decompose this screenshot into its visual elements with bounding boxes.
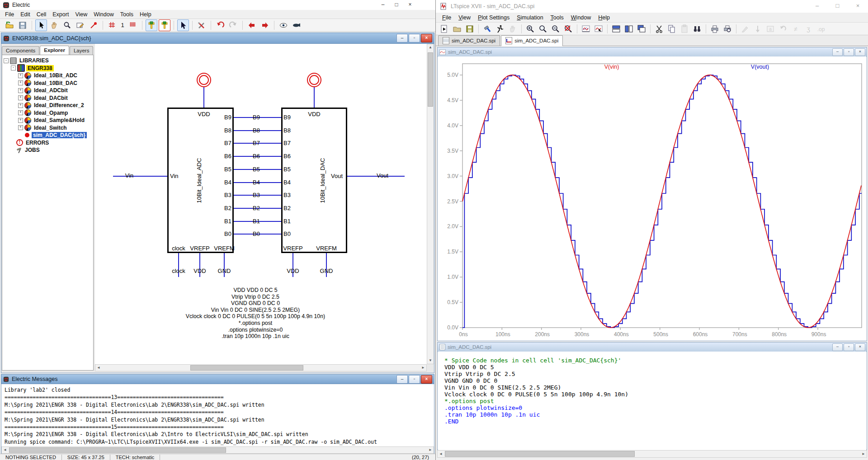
menu-item[interactable]: Edit [17, 10, 33, 19]
netlist-hscroll-thumb[interactable] [445, 451, 635, 457]
tree-item-label[interactable]: sim_ADC_DAC{sch} [32, 132, 87, 138]
schematic-window-titlebar[interactable]: ENGR338:sim_ADC_DAC{sch} – ▫ × [1, 33, 434, 44]
cascade-windows-icon[interactable] [636, 23, 647, 35]
maximize-button[interactable]: □ [390, 0, 403, 10]
ltspice-titlebar[interactable]: LTspice XVII - sim_ADC_DAC.spi – □ × [436, 0, 868, 13]
messages-close-button[interactable]: × [421, 375, 432, 384]
side-tab[interactable]: Components [2, 46, 39, 55]
tile-vertical-icon[interactable] [623, 23, 635, 35]
zoom-icon[interactable] [61, 19, 73, 31]
select-cursor-icon[interactable] [35, 19, 47, 31]
tree-item-label[interactable]: Ideal_DACbit [33, 95, 69, 101]
library-blimp-icon[interactable] [291, 19, 302, 31]
messages-log[interactable]: Library 'lab2' closed===================… [1, 384, 434, 446]
trace-label-vout[interactable]: V(vout) [751, 64, 769, 70]
run-netlist-icon[interactable] [439, 23, 450, 35]
find-binoculars-icon[interactable] [691, 23, 703, 35]
canvas-hscrollbar[interactable]: ◄ ► [95, 364, 427, 371]
waveform-plot[interactable]: 5.0V4.5V4.0V3.5V3.0V2.5V2.0V1.5V1.0V0.5V… [438, 56, 866, 341]
export-pin-icon[interactable] [146, 19, 157, 31]
measure-icon[interactable] [88, 19, 99, 31]
tree-item-label[interactable]: Ideal_ADCbit [33, 87, 69, 94]
run-simulation-icon[interactable] [494, 23, 506, 35]
menu-item[interactable]: File [439, 13, 455, 22]
plot-background[interactable] [438, 56, 866, 341]
copy-icon[interactable] [666, 23, 678, 35]
edit-cell-icon[interactable] [75, 19, 86, 31]
open-library-icon[interactable] [4, 19, 15, 31]
trace-label-vin[interactable]: V(vin) [604, 64, 619, 70]
wave-minimize-button[interactable]: – [832, 48, 843, 56]
tree-item-label[interactable]: ERRORS [24, 140, 50, 146]
open-file-icon[interactable] [451, 23, 463, 35]
tree-item[interactable]: +Ideal_10Bit_ADC [2, 72, 93, 80]
tree-item-label[interactable]: Ideal_Differencer_2 [33, 102, 85, 108]
vscroll-thumb[interactable] [428, 52, 433, 107]
wave-close-button[interactable]: × [855, 48, 865, 56]
halt-hand-icon[interactable] [507, 23, 519, 35]
wave-restore-button[interactable]: ▫ [844, 48, 854, 56]
menu-item[interactable]: View [455, 13, 474, 22]
mirror-icon[interactable]: ≠ [790, 23, 802, 35]
menu-item[interactable]: Cell [33, 10, 50, 19]
scroll-right-icon[interactable]: ► [860, 451, 867, 457]
netlist-restore-button[interactable]: ▫ [844, 343, 854, 351]
menu-item[interactable]: Help [137, 10, 155, 19]
pencil-draw-icon[interactable] [739, 23, 751, 35]
undo-icon[interactable] [214, 19, 226, 31]
tree-item[interactable]: +Ideal_Differencer_2 [2, 102, 93, 109]
netlist-minimize-button[interactable]: – [832, 343, 843, 351]
minimize-button[interactable]: – [807, 0, 827, 13]
maximize-button[interactable]: □ [827, 0, 848, 13]
tree-expander-icon[interactable]: + [18, 125, 23, 130]
scroll-right-icon[interactable]: ► [420, 365, 426, 371]
minimize-button[interactable]: – [376, 0, 390, 10]
tree-item[interactable]: +Ideal_ADCbit [2, 87, 93, 94]
electric-titlebar[interactable]: Electric – □ × [0, 0, 435, 10]
messages-hscrollbar[interactable]: ◄ ► [1, 446, 434, 454]
save-library-icon[interactable] [17, 19, 28, 31]
menu-item[interactable]: Help [594, 13, 613, 22]
menu-item[interactable]: Tools [547, 13, 567, 22]
tree-expander-icon[interactable]: + [18, 118, 23, 123]
side-tab[interactable]: Explorer [40, 46, 69, 55]
tree-expander-icon[interactable]: + [18, 103, 23, 108]
tree-item[interactable]: +Ideal_DACbit [2, 94, 93, 102]
netlist-editor[interactable]: * Spice Code nodes in cell cell 'sim_ADC… [438, 352, 866, 450]
net-label-icon[interactable]: a [764, 23, 776, 35]
print-icon[interactable] [709, 23, 721, 35]
tree-expander-icon[interactable]: + [18, 110, 23, 115]
redo-icon[interactable] [227, 19, 239, 31]
tree-item-label[interactable]: Ideal_10Bit_DAC [33, 80, 79, 86]
tree-item[interactable]: +Ideal_Sample&Hold [2, 117, 93, 124]
netlist-close-button[interactable]: × [855, 343, 865, 351]
scroll-left-icon[interactable]: ◄ [95, 365, 102, 371]
go-back-icon[interactable] [246, 19, 258, 31]
scroll-left-icon[interactable]: ◄ [2, 447, 8, 453]
tree-item-label[interactable]: Ideal_10Bit_ADC [33, 72, 79, 79]
tile-horizontal-icon[interactable] [610, 23, 622, 35]
rotate-icon[interactable] [777, 23, 789, 35]
tree-item-label[interactable]: Ideal_Switch [33, 125, 68, 131]
menu-item[interactable]: View [72, 10, 90, 19]
messages-restore-button[interactable]: ▫ [409, 375, 420, 384]
menu-item[interactable]: Window [90, 10, 117, 19]
tree-item[interactable]: -LIBRARIES [2, 57, 93, 65]
scroll-left-icon[interactable]: ◄ [438, 451, 444, 457]
component-icon[interactable]: ʒ [802, 23, 814, 35]
go-forward-icon[interactable] [259, 19, 271, 31]
document-tab[interactable]: sim_ADC_DAC.spi [501, 35, 563, 46]
tree-item[interactable]: sim_ADC_DAC{sch} [2, 131, 93, 139]
tree-item[interactable]: JOBS [2, 146, 93, 154]
zoom-in-icon[interactable] [524, 23, 536, 35]
tree-item-label[interactable]: Ideal_Opamp [33, 110, 69, 116]
scroll-right-icon[interactable]: ► [427, 447, 434, 453]
objects-cursor-icon[interactable] [177, 19, 189, 31]
tree-item-label[interactable]: LIBRARIES [18, 57, 50, 64]
waveform-window-titlebar[interactable]: sim_ADC_DAC.spi – ▫ × [438, 47, 867, 57]
tree-item[interactable]: ERRORS [2, 139, 93, 147]
tree-item[interactable]: +Ideal_10Bit_DAC [2, 80, 93, 87]
zoom-full-extents-icon[interactable] [562, 23, 574, 35]
pan-hand-icon[interactable] [48, 19, 60, 31]
tree-item-label[interactable]: ENGR338 [26, 65, 54, 71]
